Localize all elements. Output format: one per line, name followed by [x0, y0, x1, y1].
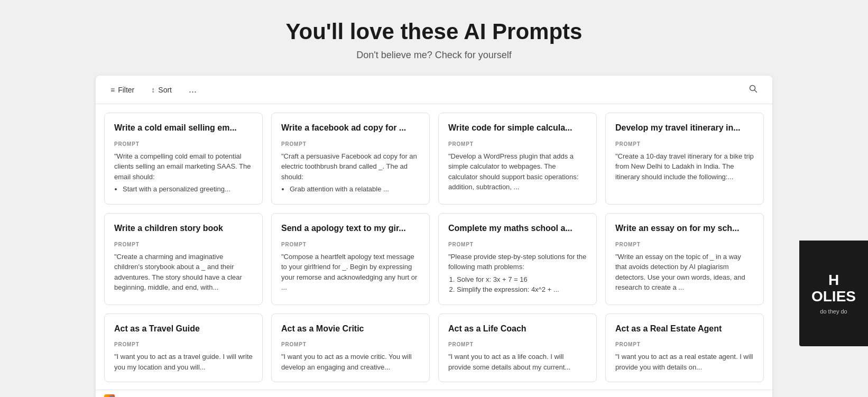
page-subtitle: Don't believe me? Check for yourself — [11, 50, 857, 61]
card-item[interactable]: Write code for simple calcula... PROMPT … — [438, 113, 597, 205]
card-item[interactable]: Act as a Life Coach PROMPT "I want you t… — [438, 313, 597, 383]
ad-text-main: HOLIES — [811, 272, 856, 305]
card-title: Write code for simple calcula... — [448, 123, 587, 134]
card-body: "Write an essay on the topic of _ in a w… — [615, 252, 754, 293]
card-body: "I want you to act as a life coach. I wi… — [448, 352, 587, 372]
card-title: Act as a Travel Guide — [114, 324, 253, 335]
page-title: You'll love these AI Prompts — [11, 19, 857, 44]
card-label: PROMPT — [615, 242, 754, 247]
sort-label: Sort — [158, 86, 172, 94]
card-title: Develop my travel itinerary in... — [615, 123, 754, 134]
main-container: ≡ Filter ↕ Sort ... Write a cold email s… — [96, 76, 772, 397]
card-label: PROMPT — [615, 341, 754, 347]
card-label: PROMPT — [114, 141, 253, 147]
card-label: PROMPT — [448, 141, 587, 147]
card-body: "Develop a WordPress plugin that adds a … — [448, 151, 587, 192]
sort-button[interactable]: ↕ Sort — [147, 84, 176, 96]
card-label: PROMPT — [281, 242, 420, 247]
card-title: Write a cold email selling em... — [114, 123, 253, 134]
search-icon — [749, 85, 758, 93]
filter-icon: ≡ — [110, 86, 115, 94]
card-title: Write a children story book — [114, 223, 253, 234]
card-item[interactable]: Write a children story book PROMPT "Crea… — [104, 213, 263, 305]
card-body: "Create a charming and imaginative child… — [114, 252, 253, 293]
card-body: "Compose a heartfelt apology text messag… — [281, 252, 420, 293]
card-item[interactable]: Act as a Movie Critic PROMPT "I want you… — [271, 313, 430, 383]
card-label: PROMPT — [615, 141, 754, 147]
card-item[interactable]: Send a apology text to my gir... PROMPT … — [271, 213, 430, 305]
card-body: "I want you to act as a movie critic. Yo… — [281, 352, 420, 372]
svg-line-1 — [755, 90, 757, 92]
card-item[interactable]: Develop my travel itinerary in... PROMPT… — [605, 113, 764, 205]
filter-button[interactable]: ≡ Filter — [106, 84, 138, 96]
card-body: "Write a compelling cold email to potent… — [114, 151, 253, 195]
toolbar: ≡ Filter ↕ Sort ... — [96, 76, 772, 104]
ad-text-sub: do they do — [811, 308, 856, 315]
card-item[interactable]: Complete my maths school a... PROMPT "Pl… — [438, 213, 597, 305]
card-label: PROMPT — [448, 341, 587, 347]
card-item[interactable]: Write an essay on for my sch... PROMPT "… — [605, 213, 764, 305]
cards-grid: Write a cold email selling em... PROMPT … — [96, 104, 772, 390]
card-title: Act as a Life Coach — [448, 324, 587, 335]
card-title: Send a apology text to my gir... — [281, 223, 420, 234]
airtable-logo: Airtable — [104, 394, 141, 397]
card-item[interactable]: Write a cold email selling em... PROMPT … — [104, 113, 263, 205]
card-label: PROMPT — [281, 141, 420, 147]
airtable-logo-icon — [104, 394, 115, 397]
card-label: PROMPT — [281, 341, 420, 347]
more-options-button[interactable]: ... — [184, 82, 201, 97]
card-body: "I want you to act as a travel guide. I … — [114, 352, 253, 372]
card-label: PROMPT — [114, 341, 253, 347]
card-item[interactable]: Act as a Travel Guide PROMPT "I want you… — [104, 313, 263, 383]
bottom-bar: Airtable ⬇ Download CSV ⤢ View larger ve… — [96, 390, 772, 397]
card-body: "Craft a persuasive Facebook ad copy for… — [281, 151, 420, 195]
card-title: Act as a Real Estate Agent — [615, 324, 754, 335]
card-item[interactable]: Act as a Real Estate Agent PROMPT "I wan… — [605, 313, 764, 383]
filter-label: Filter — [118, 86, 134, 94]
card-body: "Please provide step-by-step solutions f… — [448, 252, 587, 295]
page-header: You'll love these AI Prompts Don't belie… — [0, 0, 868, 76]
card-label: PROMPT — [448, 242, 587, 247]
card-body: "Create a 10-day travel itinerary for a … — [615, 151, 754, 182]
search-button[interactable] — [745, 82, 762, 97]
card-title: Act as a Movie Critic — [281, 324, 420, 335]
card-title: Complete my maths school a... — [448, 223, 587, 234]
card-body: "I want you to act as a real estate agen… — [615, 352, 754, 372]
card-title: Write a facebook ad copy for ... — [281, 123, 420, 134]
card-item[interactable]: Write a facebook ad copy for ... PROMPT … — [271, 113, 430, 205]
card-label: PROMPT — [114, 242, 253, 247]
sort-icon: ↕ — [151, 86, 155, 94]
card-title: Write an essay on for my sch... — [615, 223, 754, 234]
side-advertisement: HOLIES do they do — [799, 241, 868, 346]
